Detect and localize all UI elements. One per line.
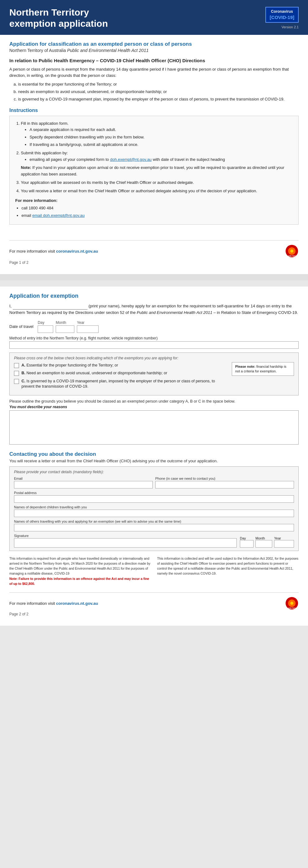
- sig-year-group: Year: [274, 536, 294, 548]
- sig-year-label: Year: [274, 536, 294, 540]
- more-info-email: email email doh.exempt@nt.gov.au: [22, 213, 293, 219]
- phone-field-group: Phone (in case we need to contact you): [155, 476, 294, 489]
- method-input[interactable]: [9, 341, 299, 349]
- header-right: Coronavirus [COVID-19] Version 2.1: [266, 7, 299, 29]
- checkbox-row-a: A. Essential for the proper functioning …: [14, 363, 229, 368]
- footer-website: coronavirus.nt.gov.au: [56, 249, 98, 253]
- sig-year-input[interactable]: [274, 540, 294, 548]
- header-title: Northern Territory exemption application: [9, 7, 108, 29]
- date-of-travel-label: Date of travel: [9, 324, 33, 329]
- application-subtitle: Northern Territory of Australia Public a…: [9, 48, 299, 53]
- nt-logo-icon-2: NORTHERN TERRITORY: [285, 596, 299, 610]
- sig-month-group: Month: [255, 536, 272, 548]
- email-input[interactable]: [14, 481, 153, 489]
- list-item-a: is essential for the proper functioning …: [18, 81, 299, 88]
- checkbox-section-label: Please cross one of the below check boxe…: [14, 356, 294, 360]
- others-label: Names of others travelling with you and …: [14, 520, 294, 523]
- checkbox-items: A. Essential for the proper functioning …: [14, 363, 229, 392]
- postal-field-group: Postal address: [14, 491, 294, 503]
- svg-point-2: [290, 249, 294, 253]
- sig-month-input[interactable]: [255, 540, 272, 548]
- checkbox-b-label: B. Need an exemption to avoid unusual, u…: [22, 371, 229, 376]
- postal-input[interactable]: [14, 495, 294, 503]
- year-group: Year: [77, 320, 99, 333]
- day-input[interactable]: [38, 326, 53, 333]
- others-field-group: Names of others travelling with you and …: [14, 520, 294, 531]
- list-item-c: is governed by a COVID-19 management pla…: [18, 96, 299, 103]
- sig-date-fields: Day Month Year: [240, 536, 294, 548]
- list-alpha: is essential for the proper functioning …: [18, 81, 299, 102]
- page1-footer: For more information visit coronavirus.n…: [9, 240, 299, 258]
- print-name-input[interactable]: [13, 304, 87, 310]
- phone-input[interactable]: [155, 481, 294, 489]
- checkbox-row-b: B. Need an exemption to avoid unusual, u…: [14, 371, 229, 376]
- disclaimer-section: This information is required from all pe…: [9, 556, 299, 586]
- svg-text:NORTHERN TERRITORY: NORTHERN TERRITORY: [285, 255, 299, 257]
- checkbox-main-row: A. Essential for the proper functioning …: [14, 363, 294, 392]
- application-title: Application for classification as an exe…: [9, 41, 299, 47]
- dependent-label: Names of dependent children travelling w…: [14, 505, 294, 509]
- instruction-2: Submit this application by: emailing all…: [21, 150, 293, 178]
- disclaimer-left: This information is required from all pe…: [9, 556, 151, 586]
- checkbox-a[interactable]: [14, 363, 19, 368]
- contact-subtitle: You will receive a letter or email from …: [9, 459, 299, 463]
- page1-content: Application for classification as an exe…: [0, 35, 308, 231]
- sig-month-label: Month: [255, 536, 272, 540]
- page2-number: Page 2 of 2: [9, 612, 299, 616]
- dependent-input[interactable]: [14, 509, 294, 517]
- disclaimer-note: Note: Failure to provide this informatio…: [9, 576, 151, 586]
- checkbox-a-label: A. Essential for the proper functioning …: [22, 363, 229, 368]
- day-group: Day: [38, 320, 53, 333]
- grounds-textarea[interactable]: [9, 410, 299, 444]
- more-info: For more information: call 1800 490 484 …: [15, 197, 293, 219]
- cho-heading: In relation to Public Health Emergency –…: [9, 57, 299, 64]
- method-row: Method of entry into the Northern Territ…: [9, 336, 299, 349]
- method-label: Method of entry into the Northern Territ…: [9, 336, 299, 340]
- instructions-heading: Instructions: [9, 107, 299, 113]
- contact-grid: Email Phone (in case we need to contact …: [14, 476, 294, 489]
- checkbox-row-c: C. Is governed by a COVID-19 management …: [14, 379, 229, 390]
- contact-box-label: Please provide your contact details (man…: [14, 470, 294, 474]
- instructions-box: Fill in this application form. A separat…: [9, 116, 299, 225]
- page2-footer: For more information visit coronavirus.n…: [9, 592, 299, 610]
- day-label: Day: [38, 320, 53, 325]
- svg-point-6: [290, 602, 294, 605]
- checkbox-c[interactable]: [14, 379, 19, 384]
- disclaimer-right: This information is collected and will b…: [157, 556, 299, 586]
- header: Northern Territory exemption application…: [0, 0, 308, 35]
- nt-logo-icon: NORTHERN TERRITORY: [285, 244, 299, 258]
- dependent-field-group: Names of dependent children travelling w…: [14, 505, 294, 517]
- month-input[interactable]: [56, 326, 74, 333]
- intro-paragraph: I, (print your name), hereby apply for a…: [9, 303, 299, 316]
- page-separator: [0, 274, 308, 280]
- page1-number: Page 1 of 2: [9, 260, 299, 265]
- email-field-group: Email: [14, 476, 153, 489]
- checkbox-c-label: C. Is governed by a COVID-19 management …: [22, 379, 229, 390]
- footer2-website: coronavirus.nt.gov.au: [56, 601, 98, 606]
- month-label: Month: [56, 320, 74, 325]
- email-link: doh.exempt@nt.gov.au: [110, 157, 152, 162]
- signature-input[interactable]: [14, 538, 237, 548]
- others-input[interactable]: [14, 524, 294, 531]
- contact-title: Contacting you about the decision: [9, 451, 299, 457]
- svg-text:NORTHERN TERRITORY: NORTHERN TERRITORY: [285, 607, 299, 609]
- checkbox-b[interactable]: [14, 371, 19, 376]
- more-info-call: call 1800 490 484: [22, 205, 293, 212]
- instruction-3: Your application will be assessed on its…: [21, 180, 293, 186]
- covid-badge: Coronavirus [COVID-19]: [266, 7, 299, 23]
- postal-label: Postal address: [14, 491, 294, 495]
- nt-logo-2: NORTHERN TERRITORY: [285, 596, 299, 610]
- date-of-travel-row: Date of travel Day Month Year: [9, 320, 299, 333]
- page-2: Application for exemption I, (print your…: [0, 286, 308, 626]
- page-1: Northern Territory exemption application…: [0, 0, 308, 274]
- version-text: Version 2.1: [282, 25, 299, 29]
- year-input[interactable]: [77, 326, 99, 333]
- sig-day-input[interactable]: [240, 540, 253, 548]
- nt-logo: NORTHERN TERRITORY: [285, 244, 299, 258]
- grounds-must: You must describe your reasons: [9, 405, 299, 409]
- year-label: Year: [77, 320, 99, 325]
- footer-text: For more information visit coronavirus.n…: [9, 249, 98, 253]
- list-item-b: needs an exemption to avoid unusual, und…: [18, 89, 299, 95]
- please-note-box: Please note: financial hardship is not a…: [232, 362, 294, 376]
- instruction-4: You will receive a letter or email from …: [21, 188, 293, 194]
